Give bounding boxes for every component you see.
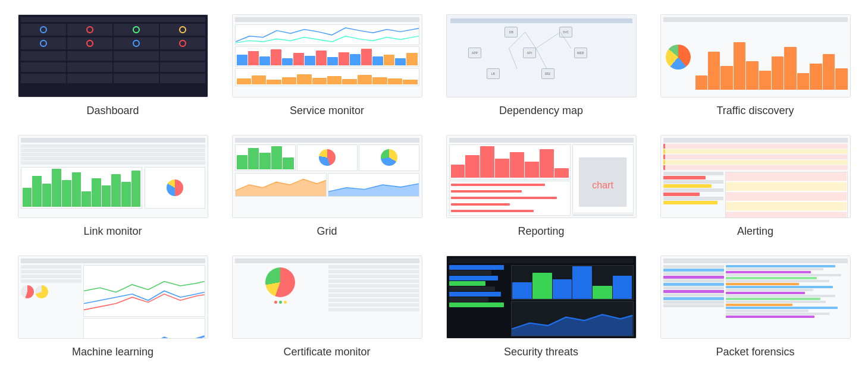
card-label-dependency-map: Dependency map	[499, 105, 583, 117]
card-image-packet-forensics	[660, 256, 851, 339]
card-machine-learning[interactable]: Machine learning	[18, 256, 208, 358]
card-dependency-map[interactable]: DB SVC APP API WEB LB DB2	[446, 14, 637, 117]
card-image-certificate-monitor	[232, 256, 422, 339]
card-label-grid: Grid	[317, 225, 337, 238]
svg-rect-11	[726, 182, 847, 191]
card-label-machine-learning: Machine learning	[72, 346, 153, 358]
card-grid[interactable]: Grid	[232, 135, 422, 238]
svg-rect-12	[726, 192, 847, 201]
card-image-security-threats	[446, 256, 637, 339]
card-image-service-monitor	[232, 14, 422, 97]
card-alerting[interactable]: Alerting	[660, 135, 851, 238]
card-label-traffic-discovery: Traffic discovery	[716, 105, 794, 117]
card-image-dependency-map: DB SVC APP API WEB LB DB2	[446, 14, 637, 97]
card-security-threats[interactable]: Security threats	[446, 256, 637, 358]
svg-rect-14	[726, 212, 847, 218]
card-label-dashboard: Dashboard	[86, 105, 139, 117]
card-label-security-threats: Security threats	[504, 346, 578, 358]
svg-line-5	[535, 48, 546, 69]
card-image-machine-learning	[18, 256, 208, 339]
main-grid: Dashboard	[18, 14, 851, 358]
card-image-dashboard	[18, 14, 208, 97]
svg-text:chart: chart	[593, 179, 614, 190]
card-image-link-monitor	[18, 135, 208, 218]
svg-line-0	[509, 32, 525, 48]
svg-line-1	[525, 32, 535, 48]
card-image-alerting	[660, 135, 851, 218]
card-reporting[interactable]: chart Reporting	[446, 135, 637, 238]
card-service-monitor[interactable]: Service monitor	[232, 14, 422, 117]
card-packet-forensics[interactable]: Packet forensics	[660, 256, 851, 358]
svg-line-2	[535, 32, 560, 48]
card-image-grid	[232, 135, 422, 218]
card-link-monitor[interactable]: Link monitor	[18, 135, 208, 238]
card-traffic-discovery[interactable]: Traffic discovery	[660, 14, 851, 117]
svg-rect-10	[726, 172, 847, 181]
card-image-traffic-discovery	[660, 14, 851, 97]
card-label-alerting: Alerting	[737, 225, 773, 238]
svg-marker-7	[328, 184, 419, 196]
card-image-reporting: chart	[446, 135, 637, 218]
card-label-reporting: Reporting	[518, 225, 564, 238]
svg-line-3	[560, 32, 571, 48]
card-label-certificate-monitor: Certificate monitor	[283, 346, 370, 358]
card-label-link-monitor: Link monitor	[83, 225, 142, 238]
card-certificate-monitor[interactable]: Certificate monitor	[232, 256, 422, 358]
card-label-service-monitor: Service monitor	[290, 105, 364, 117]
svg-line-4	[509, 48, 517, 69]
card-dashboard[interactable]: Dashboard	[18, 14, 208, 117]
card-label-packet-forensics: Packet forensics	[716, 346, 794, 358]
svg-rect-13	[726, 201, 847, 210]
